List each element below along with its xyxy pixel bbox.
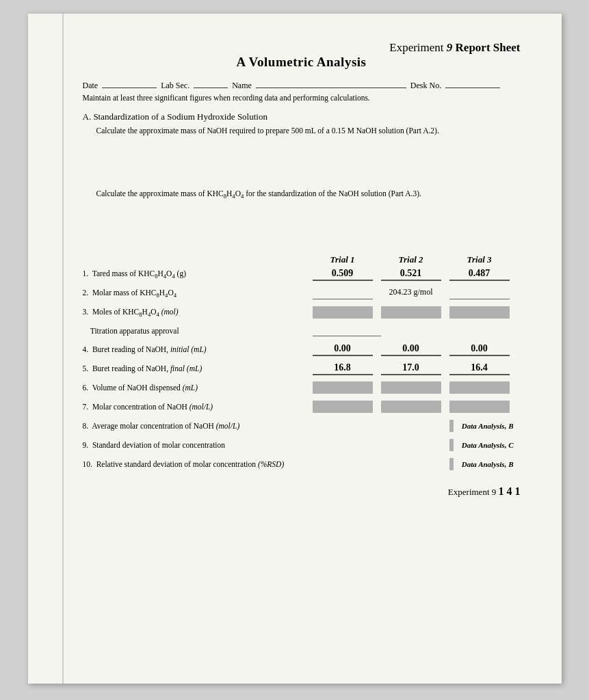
tared-mass-trial1: 0.509: [309, 268, 377, 281]
rsd-cells: Data Analysis, B: [309, 458, 521, 470]
avg-conc-da-label: Data Analysis, B: [462, 422, 514, 430]
volume-cells: [309, 381, 521, 394]
molar-conc-cells: [309, 401, 521, 413]
calc2-text: Calculate the approximate mass of KHC8H4…: [96, 189, 521, 200]
molar-conc-row: 7. Molar concentration of NaOH (mol/L): [83, 399, 521, 414]
buret-initial-row: 4. Buret reading of NaOH, initial (mL) 0…: [83, 342, 521, 357]
buret-initial-label: 4. Buret reading of NaOH, initial (mL): [83, 345, 309, 353]
molar-conc-trial1: [309, 401, 377, 413]
buret-final-trial2: 17.0: [377, 362, 445, 375]
avg-conc-cells: Data Analysis, B: [309, 420, 521, 432]
header-section: Experiment 9 Report Sheet A Volumetric A…: [83, 41, 521, 70]
lab-label: Lab Sec.: [161, 81, 189, 91]
section-a-title: A. Standardization of a Sodium Hydroxide…: [83, 111, 521, 122]
trial-headers: Trial 1 Trial 2 Trial 3: [309, 254, 521, 265]
approval-label: Titration apparatus approval: [83, 327, 309, 335]
molar-mass-cells: 204.23 g/mol: [309, 287, 521, 299]
trial2-header: Trial 2: [377, 254, 445, 265]
instruction-text: Maintain at least three significant figu…: [83, 94, 521, 102]
molar-conc-trial2: [377, 401, 445, 413]
moles-trial2: [377, 306, 445, 319]
lab-field[interactable]: [194, 88, 228, 88]
moles-cells: [309, 306, 521, 319]
buret-initial-trial3: 0.00: [445, 343, 514, 356]
buret-initial-cells: 0.00 0.00 0.00: [309, 343, 521, 356]
volume-row: 6. Volume of NaOH dispensed (mL): [83, 380, 521, 395]
report-label: Report Sheet: [456, 41, 521, 54]
buret-final-trial3: 16.4: [445, 362, 514, 375]
left-border-line: [62, 14, 64, 684]
desk-field[interactable]: [445, 88, 500, 88]
page: Experiment 9 Report Sheet A Volumetric A…: [28, 14, 562, 684]
desk-label: Desk No.: [410, 81, 441, 91]
buret-final-label: 5. Buret reading of NaOH, final (mL): [83, 364, 309, 373]
footer-page-num: 1 4 1: [499, 485, 521, 497]
name-label: Name: [232, 81, 252, 91]
moles-row: 3. Moles of KHC8H4O4 (mol): [83, 305, 521, 320]
date-label: Date: [83, 81, 99, 91]
tared-mass-trial2: 0.521: [377, 268, 445, 281]
subtitle: A Volumetric Analysis: [83, 55, 521, 70]
data-table: Trial 1 Trial 2 Trial 3 1. Tared mass of…: [83, 254, 521, 472]
tared-mass-row: 1. Tared mass of KHC8H4O4 (g) 0.509 0.52…: [83, 267, 521, 282]
volume-trial2: [377, 381, 445, 394]
buret-initial-trial2: 0.00: [377, 343, 445, 356]
footer: Experiment 9 1 4 1: [83, 485, 521, 498]
experiment-number: 9: [447, 41, 453, 54]
std-dev-row: 9. Standard deviation of molar concentra…: [83, 438, 521, 453]
std-dev-da-label: Data Analysis, C: [462, 441, 514, 449]
buret-final-cells: 16.8 17.0 16.4: [309, 362, 521, 375]
avg-conc-row: 8. Average molar concentration of NaOH (…: [83, 418, 521, 433]
moles-label: 3. Moles of KHC8H4O4 (mol): [83, 308, 309, 318]
date-field[interactable]: [102, 88, 157, 88]
rsd-value: Data Analysis, B: [445, 458, 514, 470]
form-line: Date Lab Sec. Name Desk No.: [83, 81, 521, 91]
experiment-label: Experiment: [389, 41, 447, 54]
avg-conc-value: Data Analysis, B: [445, 420, 514, 432]
volume-trial3: [445, 381, 514, 394]
rsd-da-label: Data Analysis, B: [462, 460, 514, 468]
footer-exp-label: Experiment 9: [448, 487, 499, 497]
std-dev-value: Data Analysis, C: [445, 439, 514, 451]
calc1-text: Calculate the approximate mass of NaOH r…: [96, 126, 521, 135]
tared-mass-cells: 0.509 0.521 0.487: [309, 268, 521, 281]
tared-mass-trial3: 0.487: [445, 268, 514, 281]
buret-final-row: 5. Buret reading of NaOH, final (mL) 16.…: [83, 361, 521, 376]
molar-mass-label: 2. Molar mass of KHC8H4O4: [83, 288, 309, 299]
approval-line: [313, 325, 381, 336]
titration-approval-row: Titration apparatus approval: [83, 324, 521, 338]
rsd-label: 10. Relative standard deviation of molar…: [83, 460, 309, 468]
rsd-row: 10. Relative standard deviation of molar…: [83, 457, 521, 472]
moles-trial3: [445, 306, 514, 319]
trial3-header: Trial 3: [445, 254, 514, 265]
name-field[interactable]: [256, 88, 406, 88]
molar-mass-trial3: [445, 287, 514, 299]
molar-conc-label: 7. Molar concentration of NaOH (mol/L): [83, 403, 309, 411]
volume-trial1: [309, 381, 377, 394]
std-dev-label: 9. Standard deviation of molar concentra…: [83, 441, 309, 449]
buret-initial-trial1: 0.00: [309, 343, 377, 356]
buret-final-trial1: 16.8: [309, 362, 377, 375]
moles-trial1: [309, 306, 377, 319]
molar-mass-trial2: 204.23 g/mol: [377, 287, 445, 299]
experiment-title: Experiment 9 Report Sheet: [83, 41, 521, 55]
molar-mass-row: 2. Molar mass of KHC8H4O4 204.23 g/mol: [83, 286, 521, 301]
avg-conc-label: 8. Average molar concentration of NaOH (…: [83, 422, 309, 430]
trial1-header: Trial 1: [309, 254, 377, 265]
std-dev-cells: Data Analysis, C: [309, 439, 521, 451]
volume-label: 6. Volume of NaOH dispensed (mL): [83, 383, 309, 392]
tared-mass-label: 1. Tared mass of KHC8H4O4 (g): [83, 269, 309, 280]
molar-conc-trial3: [445, 401, 514, 413]
molar-mass-trial1: [309, 287, 377, 299]
